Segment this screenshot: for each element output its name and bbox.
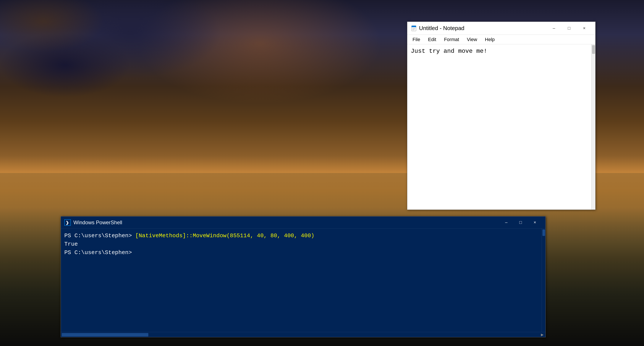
notepad-content-area: Just try and move me! [407,44,595,209]
powershell-scroll-v-thumb [542,229,545,236]
notepad-title-text: Untitled - Notepad [419,25,464,31]
powershell-window-controls: – □ × [499,217,542,227]
ps-command-1: [NativeMethods]::MoveWindow(855114, 40, … [135,232,314,239]
powershell-scrollbar-horizontal[interactable] [61,332,539,337]
powershell-scrollbar-vertical[interactable] [542,229,546,332]
powershell-title-text: Windows PowerShell [74,219,122,225]
notepad-menu-format[interactable]: Format [440,35,462,44]
powershell-scroll-h-thumb [62,333,148,337]
notepad-scrollbar[interactable] [592,44,595,209]
notepad-scroll-thumb [592,45,595,54]
notepad-menu-view[interactable]: View [464,35,480,44]
powershell-minimize-button[interactable]: – [499,217,514,227]
powershell-title-left: ❯ Windows PowerShell [64,219,122,226]
notepad-app-icon [411,25,417,31]
notepad-window: Untitled - Notepad – □ × File Edit Forma… [407,22,596,210]
notepad-window-controls: – □ × [546,23,592,34]
powershell-window: ❯ Windows PowerShell – □ × PS C:\users\S… [61,216,546,337]
notepad-minimize-button[interactable]: – [546,23,562,34]
ps-prompt-1: PS C:\users\Stephen> [64,232,135,239]
powershell-maximize-button[interactable]: □ [514,217,528,227]
notepad-title-left: Untitled - Notepad [411,25,464,31]
ps-line-1: PS C:\users\Stephen> [NativeMethods]::Mo… [64,232,538,240]
powershell-content: PS C:\users\Stephen> [NativeMethods]::Mo… [61,229,546,332]
notepad-menu-edit[interactable]: Edit [424,35,440,44]
ps-line-2: True [64,240,538,248]
notepad-maximize-button[interactable]: □ [562,23,577,34]
notepad-menu-help[interactable]: Help [482,35,498,44]
powershell-scrollbar-horizontal-container: ▶ [61,332,546,337]
svg-rect-1 [412,25,416,27]
notepad-titlebar: Untitled - Notepad – □ × [407,22,595,35]
notepad-menubar: File Edit Format View Help [407,35,595,44]
powershell-titlebar: ❯ Windows PowerShell – □ × [61,216,546,229]
powershell-app-icon: ❯ [64,219,71,226]
powershell-scroll-right-arrow[interactable]: ▶ [539,333,546,337]
notepad-textarea[interactable]: Just try and move me! [407,44,592,209]
ps-line-3: PS C:\users\Stephen> [64,248,538,257]
powershell-terminal[interactable]: PS C:\users\Stephen> [NativeMethods]::Mo… [61,229,542,332]
notepad-close-button[interactable]: × [577,23,592,34]
svg-text:❯: ❯ [66,221,69,225]
powershell-close-button[interactable]: × [528,217,542,227]
notepad-menu-file[interactable]: File [409,35,424,44]
